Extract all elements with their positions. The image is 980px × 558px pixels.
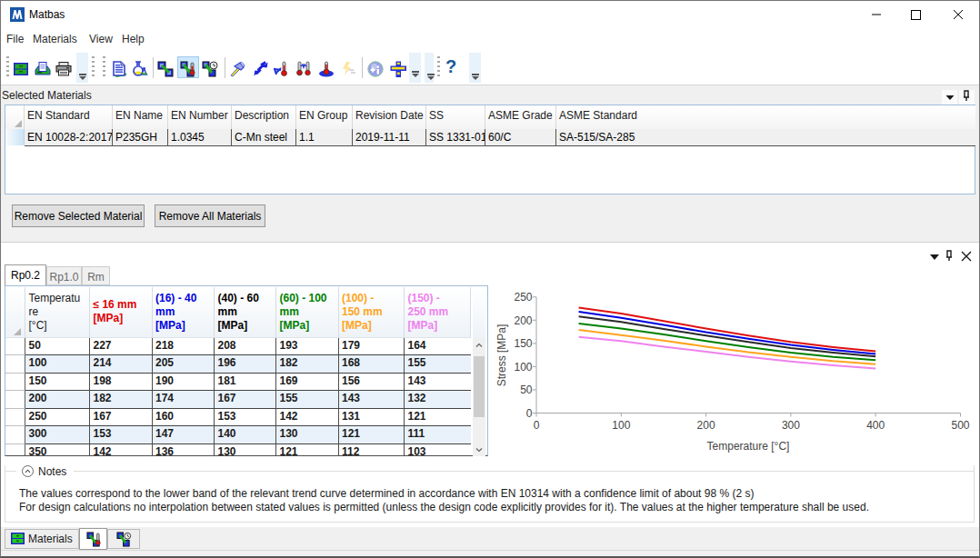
svg-text:400: 400 xyxy=(866,419,885,432)
svg-text:300: 300 xyxy=(782,419,800,432)
svg-text:200: 200 xyxy=(514,314,532,327)
svg-text:150: 150 xyxy=(514,337,532,350)
svg-text:250: 250 xyxy=(514,291,532,304)
svg-text:Stress [MPa]: Stress [MPa] xyxy=(495,324,508,387)
svg-text:100: 100 xyxy=(514,361,532,374)
svg-text:0: 0 xyxy=(526,407,533,420)
svg-text:200: 200 xyxy=(697,419,715,432)
svg-text:0: 0 xyxy=(534,419,540,432)
svg-text:500: 500 xyxy=(951,419,969,432)
svg-text:50: 50 xyxy=(520,384,533,396)
svg-text:Temperature [°C]: Temperature [°C] xyxy=(707,440,790,453)
svg-text:100: 100 xyxy=(612,419,630,432)
